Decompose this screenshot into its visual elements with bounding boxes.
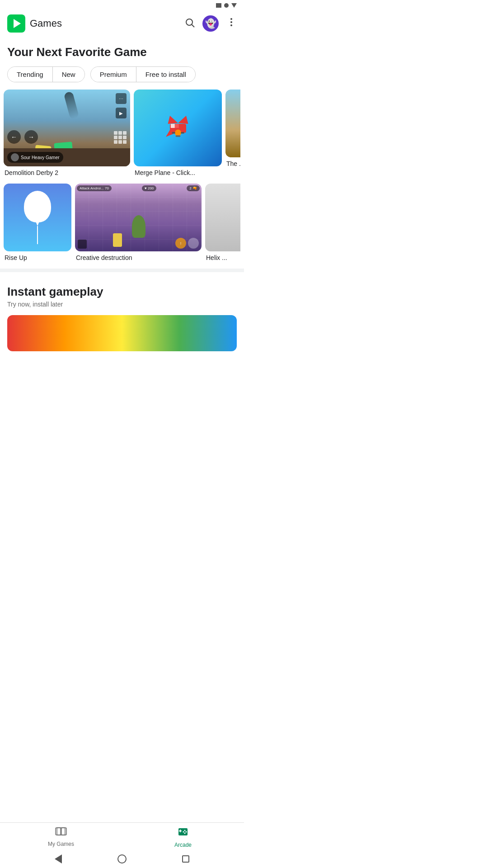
plane-svg — [158, 108, 198, 148]
app-header: Games 👻 — [0, 11, 244, 36]
game-card-rise-up[interactable]: Rise Up — [4, 184, 71, 261]
jump-btn: ↑ — [175, 238, 186, 249]
games-row-1: ⋯ ▶ ← → Sour Heavy Gamer — [4, 90, 240, 176]
game-card-merge-plane[interactable]: Merge Plane - Click... — [134, 90, 222, 176]
user-name: Sour Heavy Gamer — [21, 155, 60, 160]
more-options-button[interactable] — [226, 17, 237, 30]
play-store-logo — [7, 14, 25, 33]
control-grid — [114, 131, 127, 144]
chip-new[interactable]: New — [53, 67, 84, 82]
balloon-tie — [36, 222, 39, 226]
player — [113, 233, 122, 247]
user-badge: Sour Heavy Gamer — [7, 152, 63, 163]
header-actions: 👻 — [184, 15, 237, 32]
thumb-creative-destruction: Attack Androi... 70 ♥ 200 2 🔫 — [75, 184, 202, 251]
instant-gameplay-subtitle: Try now, install later — [7, 301, 237, 308]
svg-rect-9 — [170, 124, 174, 128]
instant-preview-banner[interactable] — [7, 315, 237, 351]
right-controls: ↑ — [175, 238, 199, 249]
game-thumbnail-rise-up — [4, 184, 71, 251]
games-grid: ⋯ ▶ ← → Sour Heavy Gamer — [0, 90, 244, 261]
app-title: Games — [30, 18, 62, 29]
action-btn — [188, 238, 199, 249]
status-bar — [0, 0, 244, 11]
game-card-helix[interactable]: Helix ... — [205, 184, 240, 261]
tree — [132, 215, 145, 238]
section-divider — [0, 269, 244, 272]
svg-point-2 — [230, 18, 232, 20]
wifi-icon — [231, 3, 237, 8]
game-card-demolition-derby-2[interactable]: ⋯ ▶ ← → Sour Heavy Gamer — [4, 90, 130, 176]
svg-rect-14 — [181, 132, 184, 134]
svg-point-0 — [186, 19, 192, 25]
svg-point-4 — [230, 24, 232, 26]
avatar[interactable]: 👻 — [202, 15, 219, 32]
thumb-third-game — [225, 90, 240, 157]
svg-marker-7 — [168, 116, 178, 124]
game-name-demolition-derby-2: Demolition Derby 2 — [4, 169, 130, 176]
game-name-helix: Helix ... — [205, 254, 240, 261]
logo-area: Games — [7, 14, 184, 33]
instant-gameplay-title: Instant gameplay — [7, 285, 237, 299]
game-name-third: The ... — [225, 160, 240, 167]
svg-point-11 — [174, 130, 181, 136]
chip-trending[interactable]: Trending — [8, 67, 53, 82]
game-name-rise-up: Rise Up — [4, 254, 71, 261]
arrow-left: ← — [7, 130, 21, 144]
game-thumbnail-third — [225, 90, 240, 157]
game-card-third[interactable]: The ... — [225, 90, 240, 176]
svg-rect-10 — [174, 124, 178, 128]
svg-rect-13 — [172, 132, 175, 134]
game-card-creative-destruction[interactable]: Attack Androi... 70 ♥ 200 2 🔫 — [75, 184, 202, 261]
game-thumbnail-merge-plane — [134, 90, 222, 166]
balloon-circle — [24, 191, 51, 222]
thumb-demolition-derby: ⋯ ▶ ← → Sour Heavy Gamer — [4, 90, 130, 166]
signal-icon — [224, 3, 229, 8]
arrow-right: → — [24, 130, 38, 144]
thumb-helix — [205, 184, 240, 251]
instant-gameplay-section: Instant gameplay Try now, install later — [0, 276, 244, 351]
chip-free[interactable]: Free to install — [136, 67, 195, 82]
game-thumbnail-creative-destruction: Attack Androi... 70 ♥ 200 2 🔫 — [75, 184, 202, 251]
svg-marker-6 — [178, 116, 188, 124]
filter-chips-row: Trending New Premium Free to install — [0, 65, 244, 90]
balloon — [24, 191, 51, 244]
game-thumbnail-demolition-derby-2: ⋯ ▶ ← → Sour Heavy Gamer — [4, 90, 130, 166]
trending-new-chip-group: Trending New — [7, 66, 85, 82]
favorite-section-title: Your Next Favorite Game — [0, 36, 244, 65]
thumb-merge-plane — [134, 90, 222, 166]
svg-rect-12 — [175, 135, 180, 137]
svg-line-1 — [192, 25, 195, 28]
svg-point-3 — [230, 21, 232, 23]
premium-free-chip-group: Premium Free to install — [90, 66, 196, 82]
thumb-rise-up — [4, 184, 71, 251]
search-button[interactable] — [184, 17, 195, 30]
inv-box — [78, 240, 87, 249]
overlay-icons: ⋯ — [116, 93, 127, 104]
avatar-image: 👻 — [205, 18, 216, 29]
inventory-icon — [78, 240, 87, 249]
smoke-effect — [64, 91, 80, 119]
video-icon: ▶ — [116, 108, 127, 118]
game-name-creative-destruction: Creative destruction — [75, 254, 202, 261]
balloon-string — [37, 226, 38, 244]
game-thumbnail-helix — [205, 184, 240, 251]
user-avatar-small — [11, 153, 19, 161]
game-name-merge-plane: Merge Plane - Click... — [134, 169, 222, 176]
battery-icon — [216, 3, 221, 8]
games-row-2: Rise Up Attack Androi... 70 ♥ 200 2 🔫 — [4, 184, 240, 261]
chip-premium[interactable]: Premium — [91, 67, 136, 82]
more-icon: ⋯ — [116, 93, 127, 104]
